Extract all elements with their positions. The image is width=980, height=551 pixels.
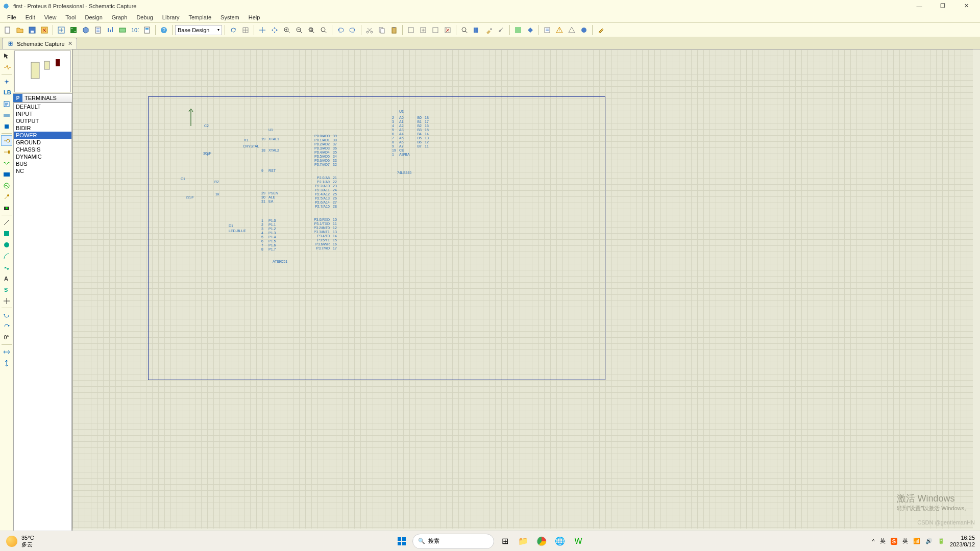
subcircuit-icon[interactable] [1, 121, 12, 132]
close-project-button[interactable] [39, 24, 50, 36]
design-explorer-icon[interactable] [525, 24, 536, 36]
angle-icon[interactable]: 0° [1, 332, 12, 343]
tab-schematic[interactable]: ⊞ Schematic Capture ✕ [2, 38, 77, 49]
list-item[interactable]: NC [14, 167, 71, 174]
list-item[interactable]: BIDIR [14, 124, 71, 132]
start-button[interactable] [394, 534, 409, 549]
clock[interactable]: 16:252023/8/12 [950, 535, 975, 547]
zoom-area-icon[interactable] [318, 24, 329, 36]
pan-icon[interactable] [269, 24, 280, 36]
wrench-icon[interactable] [496, 24, 507, 36]
tb-schematic-icon[interactable] [56, 24, 67, 36]
block-move-icon[interactable] [418, 24, 429, 36]
copy-icon[interactable] [376, 24, 387, 36]
tb-bom-icon[interactable] [92, 24, 104, 36]
open-button[interactable] [14, 24, 26, 36]
erc-icon[interactable]: ! [554, 24, 565, 36]
weather-widget[interactable]: 35°C多云 [0, 535, 40, 547]
assign-icon[interactable] [578, 24, 590, 36]
box-icon[interactable] [1, 228, 12, 239]
menu-file[interactable]: File [3, 13, 20, 21]
list-item-selected[interactable]: POWER [14, 132, 71, 139]
taskbar-search[interactable]: 🔍搜索 [412, 534, 494, 549]
list-item[interactable]: DYNAMIC [14, 153, 71, 160]
list-item[interactable]: CHASSIS [14, 146, 71, 153]
make-device-icon[interactable] [483, 24, 495, 36]
tb-spice-icon[interactable]: 101 [129, 24, 140, 36]
tb-3d-icon[interactable] [80, 24, 91, 36]
text-icon[interactable]: A [1, 273, 12, 284]
block-delete-icon[interactable] [442, 24, 453, 36]
zoom-fit-icon[interactable] [306, 24, 317, 36]
tray-item[interactable]: 英 [880, 537, 886, 545]
tray-ime[interactable]: 英 [902, 537, 908, 545]
circle-icon[interactable] [1, 239, 12, 250]
list-item[interactable]: BUS [14, 160, 71, 167]
tray-chevron-icon[interactable]: ^ [872, 538, 875, 544]
script-icon[interactable] [1, 98, 12, 109]
menu-tool[interactable]: Tool [61, 13, 80, 21]
grid-icon[interactable] [240, 24, 251, 36]
marker-icon[interactable] [1, 295, 12, 306]
label-icon[interactable]: LBL [1, 87, 12, 98]
zoom-out-icon[interactable] [293, 24, 305, 36]
pin-icon[interactable] [1, 146, 12, 157]
generator-icon[interactable] [1, 180, 12, 191]
terminal-icon[interactable] [1, 135, 12, 146]
sogou-icon[interactable]: S [891, 538, 897, 545]
graph-icon[interactable] [1, 158, 12, 168]
origin-icon[interactable] [257, 24, 268, 36]
wire-auto-icon[interactable] [512, 24, 524, 36]
redo-icon[interactable] [347, 24, 358, 36]
zoom-in-icon[interactable] [281, 24, 292, 36]
menu-system[interactable]: System [216, 13, 243, 21]
vertical-scrollbar[interactable] [973, 49, 980, 529]
menu-library[interactable]: Library [158, 13, 184, 21]
undo-icon[interactable] [335, 24, 346, 36]
block-rotate-icon[interactable] [430, 24, 441, 36]
tb-graph-icon[interactable] [105, 24, 116, 36]
tape-icon[interactable] [1, 169, 12, 180]
help-icon[interactable]: ? [158, 24, 169, 36]
chrome-icon[interactable] [534, 534, 549, 549]
list-item[interactable]: DEFAULT [14, 103, 71, 110]
tb-report-icon[interactable] [141, 24, 153, 36]
minimize-button[interactable]: — [908, 0, 931, 12]
list-item[interactable]: INPUT [14, 110, 71, 117]
system-tray[interactable]: ^ 英 S 英 📶 🔊 🔋 16:252023/8/12 [867, 535, 980, 547]
netlist-icon[interactable] [566, 24, 577, 36]
tb-pcb-icon[interactable] [68, 24, 79, 36]
list-item[interactable]: GROUND [14, 139, 71, 146]
find-icon[interactable] [459, 24, 470, 36]
tb-vsm-icon[interactable] [117, 24, 128, 36]
path-icon[interactable] [1, 262, 12, 272]
terminal-list[interactable]: DEFAULT INPUT OUTPUT BIDIR POWER GROUND … [13, 103, 72, 535]
edit-props-icon[interactable] [595, 24, 606, 36]
volume-icon[interactable]: 🔊 [925, 538, 933, 544]
library-icon[interactable] [471, 24, 482, 36]
rotate-ccw-icon[interactable] [1, 321, 12, 332]
bus-icon[interactable] [1, 110, 12, 120]
new-button[interactable] [2, 24, 13, 36]
tab-close-icon[interactable]: ✕ [68, 40, 72, 47]
menu-graph[interactable]: Graph [108, 13, 132, 21]
block-copy-icon[interactable] [405, 24, 416, 36]
menu-view[interactable]: View [40, 13, 61, 21]
design-combo[interactable]: Base Design▾ [175, 25, 222, 35]
select-mode-icon[interactable] [1, 51, 12, 61]
instrument-icon[interactable] [1, 203, 12, 213]
rotate-cw-icon[interactable] [1, 310, 12, 320]
line-icon[interactable] [1, 217, 12, 228]
probe-icon[interactable] [1, 191, 12, 202]
taskview-icon[interactable]: ⊞ [497, 534, 512, 549]
explorer-icon[interactable]: 📁 [516, 534, 531, 549]
arc-icon[interactable] [1, 251, 12, 261]
app-icon-2[interactable]: W [571, 534, 586, 549]
wifi-icon[interactable]: 📶 [913, 538, 920, 544]
battery-icon[interactable]: 🔋 [938, 538, 945, 544]
menu-help[interactable]: Help [244, 13, 264, 21]
parts-p-icon[interactable]: P [13, 94, 22, 102]
menu-design[interactable]: Design [81, 13, 107, 21]
junction-icon[interactable] [1, 76, 12, 87]
menu-debug[interactable]: Debug [132, 13, 157, 21]
